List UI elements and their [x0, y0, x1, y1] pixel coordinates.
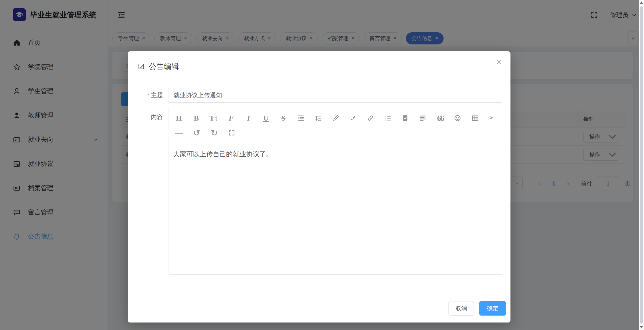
rich-text-editor: HBT↕FIUS66>_ —↺↻ 大家可以上传自己的就业协议了。 [168, 109, 503, 275]
code-button[interactable]: >_ [484, 111, 501, 125]
underline-button[interactable]: U [257, 111, 275, 125]
table-icon[interactable] [466, 111, 484, 125]
announcement-edit-dialog: 公告编辑 × *主题 就业协议上传通知 内容 HBT↕FIUS66>_ —↺↻ … [128, 51, 510, 322]
redo-glyph: ↻ [211, 128, 218, 138]
editor-toolbar: HBT↕FIUS66>_ —↺↻ [168, 109, 503, 142]
subject-input[interactable]: 就业协议上传通知 [168, 88, 503, 103]
font-family-button[interactable]: F [222, 111, 240, 125]
strikethrough-glyph: S [281, 114, 286, 123]
scrollbar-thumb[interactable] [640, 6, 643, 324]
bold-glyph: B [194, 114, 199, 123]
header-glyph: H [176, 114, 182, 123]
color-brush-icon[interactable] [344, 111, 362, 125]
emoji-icon [454, 114, 461, 122]
todo-list-icon[interactable] [397, 111, 414, 125]
line-height-icon [314, 114, 322, 122]
undo-glyph: ↺ [193, 128, 200, 138]
color-brush-icon [349, 114, 357, 122]
cancel-button[interactable]: 取消 [448, 301, 474, 316]
indent-icon[interactable] [292, 111, 309, 125]
required-asterisk: * [147, 92, 149, 98]
scrollbar-down-arrow-icon[interactable] [640, 326, 643, 329]
dialog-header: 公告编辑 [138, 58, 179, 75]
strikethrough-button[interactable]: S [275, 111, 292, 125]
subject-label: *主题 [128, 88, 163, 103]
code-glyph: >_ [489, 115, 496, 121]
scrollbar[interactable] [639, 0, 644, 330]
bulleted-list-icon [384, 114, 392, 122]
line-height-icon[interactable] [309, 111, 327, 125]
fullscreen-editor-icon[interactable] [223, 125, 241, 140]
font-size-button[interactable]: T↕ [205, 111, 222, 125]
edit-icon [138, 63, 145, 70]
indent-icon [297, 114, 305, 122]
font-size-glyph: T↕ [209, 114, 218, 123]
header-button[interactable]: H [170, 111, 187, 125]
editor-content[interactable]: 大家可以上传自己的就业协议了。 [168, 142, 503, 280]
emoji-icon[interactable] [449, 111, 466, 125]
table-icon [471, 114, 479, 122]
fullscreen-editor-icon [228, 129, 236, 137]
bold-button[interactable]: B [187, 111, 205, 125]
link-icon [367, 114, 374, 122]
dialog-title: 公告编辑 [149, 61, 179, 72]
italic-button[interactable]: I [240, 111, 257, 125]
todo-list-icon [401, 114, 409, 122]
content-label: 内容 [128, 113, 163, 121]
undo-button[interactable]: ↺ [188, 125, 205, 140]
close-icon[interactable]: × [496, 57, 502, 66]
dialog-header-divider [137, 76, 501, 76]
underline-glyph: U [263, 114, 269, 123]
bulleted-list-icon[interactable] [379, 111, 397, 125]
redo-button[interactable]: ↻ [205, 125, 223, 140]
quote-button[interactable]: 66 [431, 111, 449, 125]
italic-glyph: I [247, 114, 250, 123]
highlight-pen-icon [332, 114, 340, 122]
justify-icon[interactable] [414, 111, 431, 125]
quote-glyph: 66 [437, 114, 444, 123]
horizontal-rule-glyph: — [175, 128, 183, 137]
scrollbar-up-arrow-icon[interactable] [640, 1, 643, 4]
font-family-glyph: F [229, 114, 234, 123]
highlight-pen-icon[interactable] [327, 111, 344, 125]
link-icon[interactable] [362, 111, 379, 125]
confirm-button[interactable]: 确定 [479, 301, 506, 316]
horizontal-rule-button[interactable]: — [170, 125, 188, 140]
justify-icon [419, 114, 427, 122]
